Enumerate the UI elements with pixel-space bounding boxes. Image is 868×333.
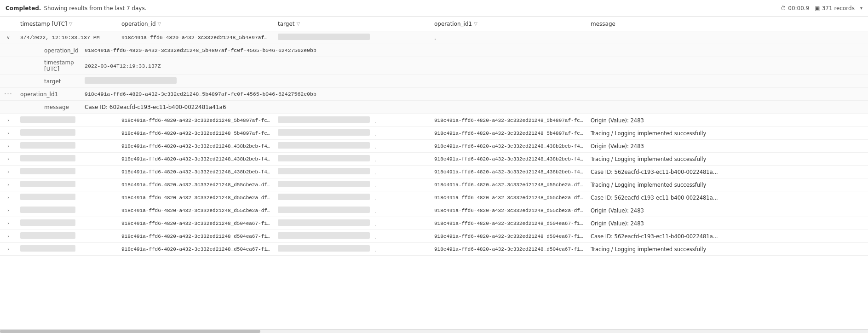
chevron-right-icon[interactable]: › <box>7 144 9 149</box>
expand-cell[interactable]: › <box>0 167 17 176</box>
detail-row-operation-ld1: ··· operation_ld1 918c491a-ffd6-4820-a43… <box>0 88 868 101</box>
dot-separator: . <box>374 208 376 214</box>
top-bar: Completed. Showing results from the last… <box>0 0 868 17</box>
cell-timestamp-main: 3/4/2022, 12:19:33.137 PM <box>17 33 118 42</box>
cell-operation-id-main: 918c491a-ffd6-4820-a432-3c332ed21248_5b4… <box>118 33 274 42</box>
filter-icon-operation-id[interactable]: ▽ <box>158 21 161 26</box>
cell-message: Tracing / Logging implemented successful… <box>587 154 868 164</box>
chevron-right-icon[interactable]: › <box>7 195 9 200</box>
dot-separator: . <box>374 195 376 201</box>
cell-target: . <box>274 179 431 190</box>
filter-icon-target[interactable]: ▽ <box>297 21 300 26</box>
table-header: timestamp [UTC] ▽ operation_id ▽ target … <box>0 17 868 31</box>
blurred-target-row <box>278 219 370 226</box>
col-header-message[interactable]: message <box>587 18 868 30</box>
blurred-timestamp <box>20 181 75 187</box>
cell-operation-id: 918c491a-ffd6-4820-a432-3c332ed21248_438… <box>118 142 274 151</box>
cell-operation-id1: 918c491a-ffd6-4820-a432-3c332ed21248_438… <box>431 155 587 164</box>
dot-separator: . <box>374 156 376 163</box>
dot-separator: . <box>374 169 376 176</box>
chevron-right-icon[interactable]: › <box>7 234 9 239</box>
table-row: › 918c491a-ffd6-4820-a432-3c332ed21248_5… <box>0 114 868 127</box>
chevron-right-icon[interactable]: › <box>7 247 9 252</box>
cell-target: . <box>274 140 431 152</box>
blurred-target <box>278 34 370 40</box>
cell-operation-id: 918c491a-ffd6-4820-a432-3c332ed21248_d50… <box>118 232 274 241</box>
expand-cell-main[interactable]: ∨ <box>0 33 17 42</box>
blurred-target-row <box>278 129 370 136</box>
blurred-target-row <box>278 245 370 252</box>
cell-target: . <box>274 115 431 126</box>
cell-operation-id1: 918c491a-ffd6-4820-a432-3c332ed21248_5b4… <box>431 129 587 138</box>
cell-timestamp <box>17 230 118 242</box>
detail-key-operation-ld: operation_ld <box>17 45 81 56</box>
chevron-down-icon[interactable]: ∨ <box>6 35 10 40</box>
chevron-right-icon[interactable]: › <box>7 118 9 123</box>
expand-cell[interactable]: › <box>0 180 17 189</box>
col-label-message: message <box>591 21 615 27</box>
table-row: › 918c491a-ffd6-4820-a432-3c332ed21248_d… <box>0 243 868 256</box>
cell-target: . <box>274 218 431 229</box>
dot-separator: . <box>374 221 376 227</box>
cell-target: . <box>274 205 431 216</box>
expand-cell[interactable]: › <box>0 245 17 253</box>
cell-message: Case ID: 562eacfd-c193-ec11-b400-0022481… <box>587 231 868 241</box>
col-header-target[interactable]: target ▽ <box>274 18 431 30</box>
dot-separator: . <box>374 118 376 124</box>
blurred-target-row <box>278 207 370 213</box>
cell-message: Tracing / Logging implemented successful… <box>587 180 868 190</box>
expand-cell[interactable]: › <box>0 232 17 241</box>
expand-cell[interactable]: › <box>0 155 17 163</box>
chevron-right-icon[interactable]: › <box>7 182 9 187</box>
expand-cell[interactable]: › <box>0 142 17 150</box>
col-label-target: target <box>278 21 295 27</box>
expand-cell[interactable]: › <box>0 206 17 215</box>
cell-target: . <box>274 192 431 203</box>
cell-operation-id1: 918c491a-ffd6-4820-a432-3c332ed21248_d50… <box>431 232 587 241</box>
expand-cell[interactable]: › <box>0 129 17 138</box>
cell-operation-id1: 918c491a-ffd6-4820-a432-3c332ed21248_d55… <box>431 206 587 215</box>
filter-icon-timestamp[interactable]: ▽ <box>69 21 73 26</box>
cell-timestamp <box>17 192 118 203</box>
col-header-operation-id1[interactable]: operation_id1 ▽ <box>431 18 587 30</box>
chevron-right-icon[interactable]: › <box>7 131 9 136</box>
detail-row-message: message Case ID: 602eacfd-c193-ec11-b400… <box>0 101 868 114</box>
timer-info: ⏱ 00:00.9 <box>781 5 809 11</box>
cell-operation-id: 918c491a-ffd6-4820-a432-3c332ed21248_d55… <box>118 206 274 215</box>
blurred-target-row <box>278 168 370 174</box>
table-row: › 918c491a-ffd6-4820-a432-3c332ed21248_5… <box>0 127 868 140</box>
status-subtitle: Showing results from the last 7 days. <box>44 5 146 11</box>
cell-target: . <box>274 243 431 255</box>
blurred-timestamp <box>20 142 75 149</box>
table-row: › 918c491a-ffd6-4820-a432-3c332ed21248_4… <box>0 140 868 153</box>
detail-key-target: target <box>17 76 81 87</box>
cell-timestamp <box>17 140 118 152</box>
table-row: › 918c491a-ffd6-4820-a432-3c332ed21248_d… <box>0 230 868 243</box>
blurred-timestamp <box>20 155 75 161</box>
detail-value-operation-ld: 918c491a-ffd6-4820-a432-3c332ed21248_5b4… <box>81 45 868 56</box>
expand-cell[interactable]: › <box>0 116 17 125</box>
chevron-down-icon[interactable]: ▾ <box>860 6 862 11</box>
chevron-right-icon[interactable]: › <box>7 169 9 174</box>
table-row: › 918c491a-ffd6-4820-a432-3c332ed21248_d… <box>0 191 868 204</box>
cell-operation-id: 918c491a-ffd6-4820-a432-3c332ed21248_5b4… <box>118 129 274 138</box>
records-icon: ▣ <box>815 5 820 11</box>
table-row: › 918c491a-ffd6-4820-a432-3c332ed21248_4… <box>0 166 868 178</box>
cell-operation-id1: 918c491a-ffd6-4820-a432-3c332ed21248_438… <box>431 142 587 151</box>
expand-cell[interactable]: › <box>0 219 17 228</box>
cell-message: Origin (Value): 2483 <box>587 206 868 216</box>
chevron-right-icon[interactable]: › <box>7 156 9 161</box>
cell-timestamp <box>17 243 118 255</box>
table-row: › 918c491a-ffd6-4820-a432-3c332ed21248_d… <box>0 178 868 191</box>
filter-icon-operation-id1[interactable]: ▽ <box>474 21 477 26</box>
chevron-right-icon[interactable]: › <box>7 221 9 226</box>
col-header-timestamp[interactable]: timestamp [UTC] ▽ <box>17 18 118 30</box>
cell-message: Origin (Value): 2483 <box>587 218 868 229</box>
expand-cell[interactable]: › <box>0 193 17 202</box>
rows-container: › 918c491a-ffd6-4820-a432-3c332ed21248_5… <box>0 114 868 256</box>
cell-operation-id1: 918c491a-ffd6-4820-a432-3c332ed21248_d50… <box>431 245 587 254</box>
chevron-right-icon[interactable]: › <box>7 208 9 213</box>
cell-target: . <box>274 127 431 139</box>
col-header-operation-id[interactable]: operation_id ▽ <box>118 18 274 30</box>
blurred-target-row <box>278 155 370 161</box>
